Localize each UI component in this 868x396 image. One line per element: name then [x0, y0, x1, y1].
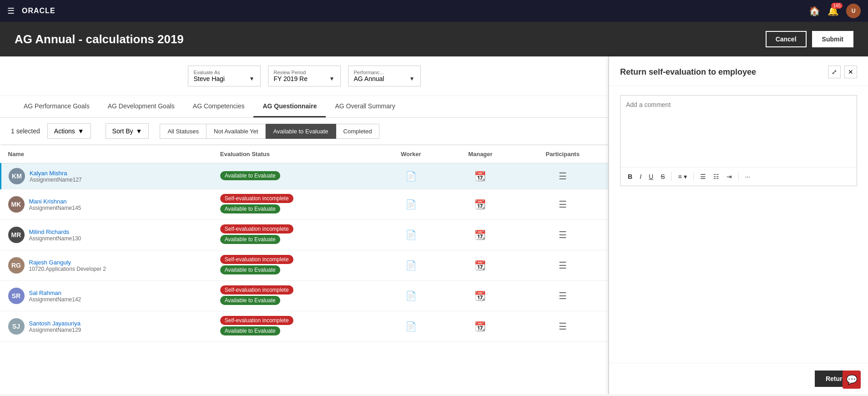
worker-document-icon[interactable]: 📄 [405, 291, 417, 301]
worker-document-icon[interactable]: 📄 [405, 321, 417, 331]
tab-overall-summary[interactable]: AG Overall Summary [326, 96, 404, 117]
avatar: SR [8, 288, 25, 304]
filters-row: Evaluate As Steve Hagi ▼ Review Period F… [0, 56, 608, 96]
participants-cell[interactable]: ☰ [517, 220, 608, 250]
manager-cell[interactable]: 📆 [444, 311, 517, 342]
ordered-list-button[interactable]: ☷ [711, 171, 722, 182]
selected-count: 1 selected [11, 127, 40, 135]
align-button[interactable]: ≡ ▾ [675, 171, 689, 182]
participants-icon[interactable]: ☰ [559, 230, 567, 240]
worker-document-icon[interactable]: 📄 [405, 230, 417, 240]
participants-cell[interactable]: ☰ [517, 281, 608, 311]
strikethrough-button[interactable]: S [658, 171, 667, 182]
employee-name[interactable]: Rajesh Ganguly [29, 259, 106, 266]
sort-label: Sort By [112, 127, 133, 135]
employee-name[interactable]: Sal Rahman [29, 289, 81, 296]
filter-not-available[interactable]: Not Available Yet [207, 124, 266, 139]
user-avatar[interactable]: U [846, 4, 861, 18]
manager-cell[interactable]: 📆 [444, 281, 517, 311]
manager-cell[interactable]: 📆 [444, 220, 517, 250]
participants-icon[interactable]: ☰ [559, 171, 567, 181]
tab-performance-goals[interactable]: AG Performance Goals [15, 96, 99, 117]
sort-by-button[interactable]: Sort By ▼ [106, 123, 149, 139]
worker-cell[interactable]: 📄 [378, 311, 444, 342]
review-period-dropdown[interactable]: Review Period FY 2019 Re ▼ [268, 66, 341, 86]
filter-completed[interactable]: Completed [336, 124, 380, 139]
comment-input[interactable] [621, 96, 857, 167]
tab-competencies[interactable]: AG Competencies [184, 96, 254, 117]
filter-all-statuses[interactable]: All Statuses [160, 124, 207, 139]
worker-document-icon[interactable]: 📄 [405, 260, 417, 270]
employee-name[interactable]: Milind Richards [29, 228, 81, 235]
employee-name[interactable]: Kalyan Mishra [30, 170, 82, 177]
notifications-icon[interactable]: 🔔 145 [828, 5, 839, 16]
table-row[interactable]: KM Kalyan Mishra AssignmentName127 Avail… [1, 163, 609, 189]
manager-icon[interactable]: 📆 [474, 321, 486, 331]
participants-icon[interactable]: ☰ [559, 260, 567, 270]
indent-button[interactable]: ⇥ [724, 171, 735, 182]
employee-name[interactable]: Mani Krishnan [29, 198, 81, 205]
toolbar-divider-2 [693, 172, 694, 181]
manager-icon[interactable]: 📆 [474, 171, 486, 181]
participants-cell[interactable]: ☰ [517, 163, 608, 189]
actions-button[interactable]: Actions ▼ [47, 123, 91, 139]
table-row[interactable]: SR Sal Rahman AssignmentName142 Self-eva… [1, 281, 609, 311]
avatar: RG [8, 257, 25, 274]
status-badge: Self-evaluation incomplete [220, 194, 293, 203]
worker-cell[interactable]: 📄 [378, 163, 444, 189]
worker-cell[interactable]: 📄 [378, 281, 444, 311]
avatar: MR [8, 227, 25, 243]
manager-icon[interactable]: 📆 [474, 199, 486, 209]
toolbar-divider-3 [738, 172, 739, 181]
status-badge: Available to Evaluate [220, 171, 280, 180]
toolbar-divider-1 [671, 172, 671, 181]
manager-cell[interactable]: 📆 [444, 250, 517, 281]
employee-name[interactable]: Santosh Jayasuriya [29, 320, 81, 327]
actions-arrow-icon: ▼ [78, 127, 84, 135]
italic-button[interactable]: I [637, 171, 644, 182]
tab-development-goals[interactable]: AG Development Goals [99, 96, 184, 117]
worker-cell[interactable]: 📄 [378, 250, 444, 281]
table-row[interactable]: MK Mani Krishnan AssignmentName145 Self-… [1, 189, 609, 220]
worker-document-icon[interactable]: 📄 [405, 171, 417, 181]
expand-button[interactable]: ⤢ [828, 66, 841, 78]
table-row[interactable]: SJ Santosh Jayasuriya AssignmentName129 … [1, 311, 609, 342]
participants-icon[interactable]: ☰ [559, 291, 567, 301]
hamburger-menu[interactable]: ☰ [7, 6, 15, 16]
manager-cell[interactable]: 📆 [444, 189, 517, 220]
tab-questionnaire[interactable]: AG Questionnaire [253, 96, 326, 117]
submit-button[interactable]: Submit [812, 31, 853, 47]
manager-icon[interactable]: 📆 [474, 260, 486, 270]
home-icon[interactable]: 🏠 [809, 5, 820, 16]
worker-cell[interactable]: 📄 [378, 220, 444, 250]
bold-button[interactable]: B [625, 171, 635, 182]
avatar: KM [9, 168, 25, 184]
manager-icon[interactable]: 📆 [474, 230, 486, 240]
participants-cell[interactable]: ☰ [517, 189, 608, 220]
table-row[interactable]: MR Milind Richards AssignmentName130 Sel… [1, 220, 609, 250]
performance-dropdown[interactable]: Performanc... AG Annual ▼ [348, 66, 421, 86]
participants-cell[interactable]: ☰ [517, 250, 608, 281]
evaluation-status-cell: Available to Evaluate [213, 163, 378, 189]
cancel-button[interactable]: Cancel [766, 31, 807, 47]
manager-cell[interactable]: 📆 [444, 163, 517, 189]
col-name: Name [1, 145, 213, 163]
unordered-list-button[interactable]: ☰ [697, 171, 709, 182]
filter-available-to-evaluate[interactable]: Available to Evaluate [266, 124, 336, 139]
close-button[interactable]: ✕ [844, 66, 857, 78]
table-row[interactable]: RG Rajesh Ganguly 10720.Applications Dev… [1, 250, 609, 281]
worker-document-icon[interactable]: 📄 [405, 199, 417, 209]
review-period-arrow-icon: ▼ [329, 76, 335, 82]
more-options-button[interactable]: ··· [742, 171, 753, 182]
notification-badge: 145 [831, 3, 843, 9]
participants-icon[interactable]: ☰ [559, 199, 567, 209]
chat-fab-button[interactable]: 💬 [843, 371, 861, 389]
manager-icon[interactable]: 📆 [474, 291, 486, 301]
evaluate-as-dropdown[interactable]: Evaluate As Steve Hagi ▼ [188, 66, 261, 86]
participants-cell[interactable]: ☰ [517, 311, 608, 342]
participants-icon[interactable]: ☰ [559, 321, 567, 331]
avatar: SJ [8, 318, 25, 335]
underline-button[interactable]: U [646, 171, 656, 182]
status-badge: Available to Evaluate [220, 326, 280, 335]
worker-cell[interactable]: 📄 [378, 189, 444, 220]
